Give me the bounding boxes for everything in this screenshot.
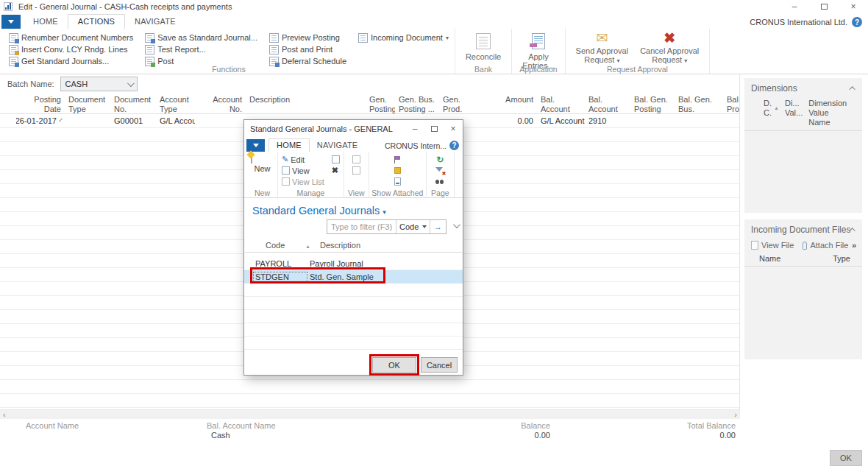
dialog-list-empty-rows[interactable] — [244, 283, 463, 353]
refresh-button[interactable]: ↻ — [436, 154, 444, 165]
show-as-chart-button[interactable] — [352, 165, 360, 176]
clear-filter-button[interactable] — [435, 165, 444, 176]
edit-button[interactable]: ✎Edit — [282, 154, 324, 165]
col-description[interactable]: Description — [246, 94, 366, 113]
incoming-document-button[interactable]: Incoming Document▾ — [358, 32, 449, 43]
tab-home[interactable]: HOME — [24, 15, 68, 29]
view-button[interactable]: View — [282, 165, 324, 176]
send-approval-request-button[interactable]: ✉ Send Approval Request ▾ — [572, 32, 633, 63]
window-title: Edit - General Journal - CASH-Cash recei… — [18, 2, 232, 11]
dim-col-value[interactable]: Di... Val... — [785, 99, 803, 118]
save-as-standard-journal-button[interactable]: Save as Standard Journal... — [145, 32, 257, 43]
col-amount[interactable]: Amount — [483, 94, 537, 113]
application-menu-button[interactable] — [1, 15, 21, 29]
note-button[interactable] — [394, 165, 401, 176]
dialog-page-heading[interactable]: Standard General Journals▾ — [252, 205, 386, 216]
dialog-group-new: New New — [247, 152, 278, 197]
close-button[interactable]: × — [839, 1, 868, 12]
notes-button[interactable] — [394, 154, 401, 165]
col-bal-gen-bus-posting-gro[interactable]: Bal. Gen. Bus. Posting Gro... — [675, 94, 723, 113]
view-list-button[interactable]: View List — [282, 176, 324, 187]
col-document-no[interactable]: Document No. — [110, 94, 156, 113]
batch-name-select[interactable]: CASH — [60, 77, 138, 91]
dialog-maximize-button[interactable] — [424, 124, 444, 134]
dialog-minimize-button[interactable]: – — [405, 124, 424, 134]
account-type-cell[interactable]: G/L Account — [156, 114, 195, 127]
dialog-ok-button[interactable]: OK — [372, 357, 416, 373]
tab-actions[interactable]: ACTIONS — [68, 14, 125, 29]
minimize-button[interactable]: – — [780, 1, 809, 12]
col-bal-proc[interactable]: Bal. Proc — [723, 94, 740, 113]
bal-account-type-cell[interactable]: G/L Account — [537, 114, 585, 127]
links-button[interactable] — [394, 176, 401, 187]
dialog-col-code[interactable]: Code — [266, 241, 285, 250]
dialog-close-button[interactable]: × — [444, 124, 463, 134]
chevron-down-icon — [127, 80, 135, 87]
incoming-panel-title[interactable]: Incoming Document Files — [751, 225, 850, 235]
col-bal-account-type[interactable]: Bal. Account Type — [537, 94, 585, 113]
delete-button[interactable]: ✖ — [332, 165, 340, 176]
edit-list-button[interactable] — [332, 154, 340, 165]
list-item-stdgen[interactable]: STDGEN Std. Gen. Sample — [244, 270, 463, 283]
horizontal-scrollbar[interactable]: ‹ › — [0, 409, 740, 419]
help-icon[interactable]: ? — [852, 17, 862, 27]
scroll-left-arrow-icon[interactable]: ‹ — [3, 411, 6, 419]
balance-value: 0.00 — [477, 431, 550, 440]
col-bal-gen-posting-type[interactable]: Bal. Gen. Posting Type — [630, 94, 675, 113]
dim-col-value-name[interactable]: Dimension Value Name — [808, 99, 858, 127]
list-item-payroll[interactable]: PAYROLL Payroll Journal — [244, 257, 463, 270]
col-bal-account-no[interactable]: Bal. Account No. — [585, 94, 630, 113]
view-file-button[interactable]: View File — [761, 241, 794, 250]
binoculars-icon — [435, 179, 444, 185]
dialog-col-description[interactable]: Description — [320, 241, 360, 250]
dialog-tab-home[interactable]: HOME — [268, 138, 310, 152]
filter-field-select[interactable]: Code — [396, 222, 430, 231]
apply-filter-button[interactable]: → — [430, 222, 446, 231]
col-posting-date[interactable]: Posting Date — [16, 94, 65, 113]
document-type-cell[interactable] — [65, 114, 110, 127]
reconcile-button[interactable]: Reconcile — [461, 32, 505, 61]
attach-file-button[interactable]: Attach File — [810, 241, 848, 250]
row-selector-cell[interactable] — [0, 114, 16, 127]
test-report-button[interactable]: Test Report... — [145, 43, 257, 55]
find-button[interactable] — [435, 176, 444, 187]
bal-proc-cell[interactable] — [723, 114, 740, 127]
amount-cell[interactable]: 0.00 — [483, 114, 537, 127]
col-account-no[interactable]: Account No. — [195, 94, 246, 113]
dimensions-panel-title[interactable]: Dimensions — [751, 83, 797, 94]
col-gen-bus-posting[interactable]: Gen. Bus. Posting ... — [395, 94, 439, 113]
document-no-cell[interactable]: G00001 — [110, 114, 156, 127]
dialog-cancel-button[interactable]: Cancel — [421, 357, 458, 373]
group-label-bank: Bank — [455, 65, 511, 74]
new-button[interactable]: New — [251, 154, 274, 173]
col-document-type[interactable]: Document Type — [65, 94, 110, 113]
col-gen-prod-posting[interactable]: Gen. Prod. Posting ... — [439, 94, 483, 113]
maximize-button[interactable] — [809, 1, 839, 12]
scroll-right-arrow-icon[interactable]: › — [734, 411, 737, 419]
more-actions-button[interactable]: » — [852, 241, 856, 250]
inc-col-name[interactable]: Name — [759, 254, 780, 263]
bal-account-no-cell[interactable]: 2910 — [585, 114, 630, 127]
collapse-chevron-icon[interactable] — [849, 86, 855, 92]
col-gen-posting-type[interactable]: Gen. Posting Type — [366, 94, 395, 113]
dim-col-code[interactable]: D. C. — [764, 99, 772, 118]
dialog-tab-navigate[interactable]: NAVIGATE — [310, 139, 366, 152]
col-account-type[interactable]: Account Type — [156, 94, 195, 113]
bal-gen-bus-posting-gro-cell[interactable] — [675, 114, 723, 127]
posting-date-cell[interactable]: 26-01-2017 — [16, 114, 65, 127]
preview-posting-button[interactable]: Preview Posting — [269, 32, 346, 43]
dialog-application-menu-button[interactable] — [246, 139, 265, 152]
view-list-icon — [282, 177, 290, 186]
renumber-document-numbers-button[interactable]: Renumber Document Numbers — [9, 32, 133, 43]
post-and-print-button[interactable]: Post and Print — [269, 43, 346, 55]
account-no-cell[interactable] — [195, 114, 246, 127]
help-icon[interactable]: ? — [449, 141, 459, 150]
cancel-approval-request-button[interactable]: ✖ Cancel Approval Request ▾ — [636, 32, 703, 63]
show-as-list-button[interactable] — [352, 154, 360, 165]
filter-input[interactable] — [327, 222, 396, 231]
bal-gen-posting-type-cell[interactable] — [630, 114, 675, 127]
page-ok-button[interactable]: OK — [830, 450, 862, 466]
tab-navigate[interactable]: NAVIGATE — [125, 15, 185, 29]
inc-col-type[interactable]: Type — [833, 254, 850, 263]
insert-conv-lcy-rndg-lines-button[interactable]: Insert Conv. LCY Rndg. Lines — [9, 43, 133, 55]
